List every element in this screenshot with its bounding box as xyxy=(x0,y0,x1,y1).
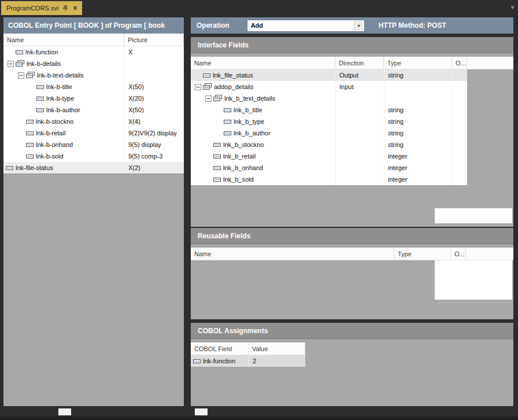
collapse-icon[interactable] xyxy=(7,61,14,67)
assignments-grid-header: COBOL Field Value xyxy=(191,342,305,355)
tree-row[interactable]: lnk-b-titleX(50) xyxy=(3,81,184,93)
tree-indent xyxy=(3,87,28,87)
collapse-icon[interactable] xyxy=(194,84,202,90)
column-header-name[interactable]: Name xyxy=(191,248,394,260)
tree-row[interactable]: lnk-b-sold9(5) comp-3 xyxy=(3,150,184,162)
operation-selected-value: Add xyxy=(251,22,263,29)
column-header-picture[interactable]: Picture xyxy=(124,34,184,46)
column-header-type[interactable]: Type xyxy=(384,57,452,69)
type-cell xyxy=(384,93,452,104)
collapse-icon[interactable] xyxy=(17,72,25,79)
name-cell: lnk-b-retail xyxy=(3,127,124,139)
picture-cell xyxy=(124,69,184,81)
picture-cell: X(2) xyxy=(124,162,184,174)
field-icon xyxy=(224,119,231,124)
tree-row[interactable]: lnk-b-retail9(2)V9(2) display xyxy=(3,127,184,139)
operation-select[interactable]: Add ▼ xyxy=(247,20,365,32)
name-cell: lnk_b_title xyxy=(191,104,335,116)
empty-area xyxy=(435,260,512,300)
options-cell xyxy=(452,93,467,104)
field-icon xyxy=(26,142,34,148)
direction-cell xyxy=(335,116,384,127)
picture-cell: 9(5) display xyxy=(124,139,184,150)
tree-indent xyxy=(191,110,215,110)
name-cell: lnk_b_type xyxy=(191,116,335,127)
column-header-options[interactable]: O... xyxy=(451,248,466,260)
row-label: lnk-file-status xyxy=(16,164,53,171)
row-label: lnk_b_onhand xyxy=(223,164,263,171)
tree-indent xyxy=(3,145,17,145)
column-header-type[interactable]: Type xyxy=(394,248,451,260)
field-icon xyxy=(203,73,210,78)
name-cell: lnk-function xyxy=(3,46,124,58)
tree-row[interactable]: lnk_b_typestring xyxy=(191,116,467,127)
service-interface-panel: Operation Add ▼ HTTP Method: POST Interf… xyxy=(191,17,513,406)
tree-row[interactable]: lnk-b-details xyxy=(3,58,184,69)
tree-row[interactable]: lnk-b-authorX(50) xyxy=(3,104,184,116)
tree-indent xyxy=(3,75,17,76)
picture-cell: X(50) xyxy=(124,81,184,93)
value-cell: 2 xyxy=(249,355,305,367)
tree-row[interactable]: lnk-b-typeX(20) xyxy=(3,93,184,104)
tree-indent xyxy=(3,168,5,168)
name-cell: lnk-b-details xyxy=(3,58,124,69)
column-header-name[interactable]: Name xyxy=(191,57,335,69)
tree-row[interactable]: lnk_b_onhandinteger xyxy=(191,162,467,174)
picture-cell: X(20) xyxy=(124,93,184,104)
document-tab[interactable]: ProgramCORS.svi × xyxy=(1,1,82,15)
interface-fields-header: Interface Fields xyxy=(191,37,513,53)
tree-indent xyxy=(191,121,215,122)
tree-row[interactable]: lnk-b-onhand9(5) display xyxy=(3,139,184,150)
cobol-entry-point-panel: COBOL Entry Point [ BOOK ] of Program [ … xyxy=(3,17,184,406)
tree-row[interactable]: lnk_b_authorstring xyxy=(191,127,467,139)
row-label: lnk-b-details xyxy=(27,60,61,67)
tree-row[interactable]: lnk-functionX xyxy=(3,46,184,58)
window-bottom-edge xyxy=(0,417,518,420)
tree-row[interactable]: lnk-b-text-details xyxy=(3,69,184,81)
close-icon[interactable]: × xyxy=(73,5,77,12)
pin-icon[interactable] xyxy=(63,5,68,12)
field-icon xyxy=(16,50,23,55)
tree-row[interactable]: lnk_b_stocknostring xyxy=(191,139,467,150)
type-cell: integer xyxy=(384,150,452,162)
tree-indent xyxy=(191,361,192,362)
left-hscroll-thumb[interactable] xyxy=(58,408,71,415)
type-cell: integer xyxy=(384,174,452,185)
tree-row[interactable]: lnk_b_titlestring xyxy=(191,104,467,116)
row-label: lnk_b_text_details xyxy=(224,95,275,102)
name-cell: lnk-b-sold xyxy=(3,150,124,162)
row-label: lnk_b_author xyxy=(234,130,271,137)
column-header-direction[interactable]: Direction xyxy=(335,57,384,69)
tree-indent xyxy=(191,75,194,76)
tree-row[interactable]: lnk-b-stocknoX(4) xyxy=(3,116,184,127)
chevron-down-icon[interactable]: ▼ xyxy=(354,21,364,31)
column-header-name[interactable]: Name xyxy=(3,34,124,46)
row-label: lnk_b_retail xyxy=(223,153,256,160)
tree-row[interactable]: lnk_b_text_details xyxy=(191,93,467,104)
collapse-icon[interactable] xyxy=(205,95,212,102)
type-cell: string xyxy=(384,116,452,127)
left-grid-header: Name Picture xyxy=(3,34,184,46)
column-header-options[interactable]: O... xyxy=(452,57,467,69)
field-icon xyxy=(36,84,44,90)
reusable-fields-title: Reusable Fields xyxy=(198,232,250,240)
grid-header-filler xyxy=(466,248,513,260)
name-cell: lnk_b_retail xyxy=(191,150,335,162)
application-window: { "tab": { "title": "ProgramCORS.svi" },… xyxy=(0,0,518,420)
assignment-row[interactable]: lnk-function2 xyxy=(191,355,305,367)
column-header-cobol-field[interactable]: COBOL Field xyxy=(191,342,249,355)
tree-row[interactable]: lnk-file-statusX(2) xyxy=(3,162,184,174)
tree-row[interactable]: addop_detailsInput xyxy=(191,81,467,93)
right-hscroll-thumb[interactable] xyxy=(195,408,208,415)
row-label: lnk-b-author xyxy=(46,106,80,113)
tree-row[interactable]: lnk_b_soldinteger xyxy=(191,174,467,185)
name-cell: lnk_b_sold xyxy=(191,174,335,185)
options-cell xyxy=(452,150,467,162)
interface-tree-rows: lnk_file_statusOutputstringaddop_details… xyxy=(191,69,467,185)
tree-row[interactable]: lnk_file_statusOutputstring xyxy=(191,69,467,81)
tree-row[interactable]: lnk_b_retailinteger xyxy=(191,150,467,162)
type-cell: integer xyxy=(384,162,452,174)
direction-cell xyxy=(335,127,384,139)
column-header-value[interactable]: Value xyxy=(249,342,305,355)
tab-overflow-icon[interactable]: ▼ xyxy=(510,5,515,10)
